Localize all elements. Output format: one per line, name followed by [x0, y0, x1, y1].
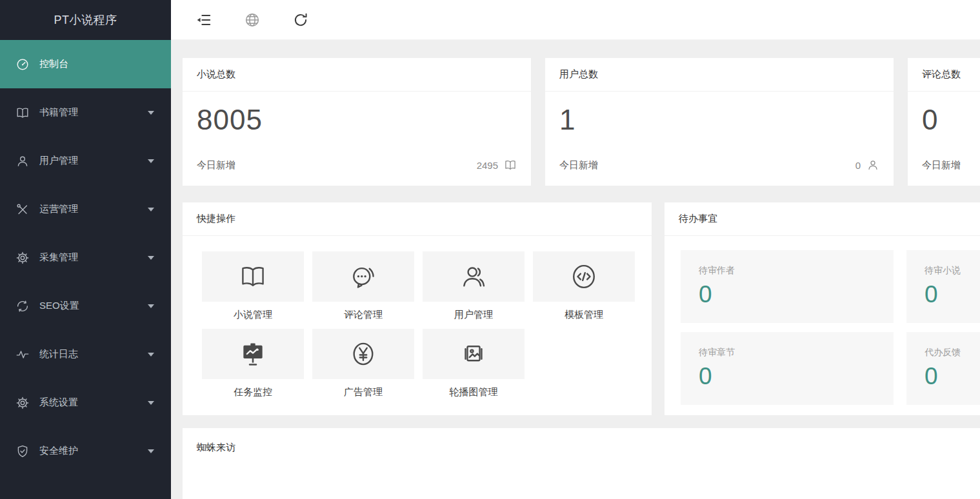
sidebar-item-label: 书籍管理 — [39, 106, 78, 119]
todo-label: 待审小说 — [925, 265, 980, 277]
todo-label: 代办反馈 — [925, 347, 980, 358]
quick-action-label: 任务监控 — [202, 386, 304, 398]
todo-tile-pending-feedback[interactable]: 代办反馈 0 — [906, 332, 980, 405]
sidebar-item-dashboard[interactable]: 控制台 — [0, 40, 171, 88]
today-new-label: 今日新增 — [559, 159, 598, 171]
sidebar-item-security[interactable]: 安全维护 — [0, 427, 171, 475]
today-new-value: 2495 — [477, 160, 498, 171]
collapse-sidebar-icon[interactable] — [195, 12, 212, 28]
sidebar-item-label: SEO设置 — [39, 300, 79, 312]
book-icon — [202, 251, 304, 302]
today-new-label: 今日新增 — [197, 159, 235, 171]
sidebar-item-label: 统计日志 — [39, 348, 78, 360]
chevron-down-icon — [148, 401, 154, 405]
dashboard-icon — [15, 57, 30, 72]
todo-title: 待办事宜 — [665, 202, 980, 236]
todo-grid: 待审作者 0 待审小说 0 待审章节 0 代办反馈 0 — [665, 236, 980, 419]
user-icon — [423, 251, 525, 302]
comment-icon — [312, 251, 414, 302]
sidebar-item-seo[interactable]: SEO设置 — [0, 282, 171, 330]
chevron-down-icon — [148, 256, 154, 260]
chevron-down-icon — [148, 353, 154, 357]
sidebar-item-users[interactable]: 用户管理 — [0, 137, 171, 185]
sidebar-item-stats-log[interactable]: 统计日志 — [0, 330, 171, 378]
topbar — [171, 0, 980, 40]
sidebar-item-collection[interactable]: 采集管理 — [0, 233, 171, 282]
sidebar-item-books[interactable]: 书籍管理 — [0, 88, 171, 137]
sidebar-item-label: 控制台 — [39, 58, 68, 70]
today-new-label: 今日新增 — [922, 159, 961, 171]
stat-card-value: 0 — [922, 106, 980, 134]
middle-row: 快捷操作 小说管理 — [183, 202, 980, 415]
todo-value: 0 — [925, 364, 980, 388]
stat-card-novel-total: 小说总数 8005 今日新增 2495 — [183, 58, 531, 186]
seo-refresh-icon — [15, 299, 30, 313]
stat-card-user-total: 用户总数 1 今日新增 0 — [545, 58, 894, 186]
quick-action-comment-manage[interactable]: 评论管理 — [312, 251, 414, 321]
todo-card: 待办事宜 待审作者 0 待审小说 0 待审章节 0 代办反馈 0 — [665, 202, 980, 415]
stat-card-footer: 今日新增 0 — [559, 159, 879, 171]
app-title: PT小说程序 — [0, 0, 171, 40]
globe-icon[interactable] — [244, 12, 261, 28]
quick-action-ad-manage[interactable]: 广告管理 — [312, 329, 414, 398]
gear-icon — [15, 251, 30, 265]
spider-visits-card: 蜘蛛来访 — [183, 428, 980, 499]
stat-card-value: 8005 — [197, 106, 517, 134]
user-icon — [15, 154, 30, 168]
pulse-icon — [15, 347, 30, 362]
chevron-down-icon — [148, 208, 154, 211]
task-monitor-icon — [202, 329, 304, 379]
today-new-value: 0 — [855, 160, 861, 171]
spider-visits-title: 蜘蛛来访 — [183, 428, 980, 467]
todo-value: 0 — [925, 282, 980, 306]
sidebar-item-operations[interactable]: 运营管理 — [0, 185, 171, 233]
tools-icon — [15, 202, 30, 217]
today-new-count: 2495 — [477, 159, 517, 171]
todo-tile-pending-chapters[interactable]: 待审章节 0 — [681, 332, 894, 405]
quick-action-novel-manage[interactable]: 小说管理 — [202, 251, 304, 321]
quick-action-task-monitor[interactable]: 任务监控 — [202, 329, 304, 398]
stat-card-footer: 今日新增 — [922, 159, 980, 171]
stat-card-footer: 今日新增 2495 — [197, 159, 517, 171]
quick-action-label: 用户管理 — [423, 309, 525, 321]
gear-icon — [15, 396, 30, 410]
sidebar-item-label: 采集管理 — [39, 251, 78, 264]
sidebar-menu: 控制台 书籍管理 用户管理 — [0, 40, 171, 475]
chevron-down-icon — [148, 304, 154, 308]
todo-value: 0 — [699, 364, 875, 388]
stat-card-value: 1 — [559, 106, 879, 134]
sidebar-item-system[interactable]: 系统设置 — [0, 378, 171, 427]
quick-action-label: 小说管理 — [202, 309, 304, 321]
quick-action-label: 轮播图管理 — [423, 386, 525, 398]
quick-action-label: 评论管理 — [312, 309, 414, 321]
quick-action-template-manage[interactable]: 模板管理 — [533, 251, 635, 321]
yen-ad-icon — [312, 329, 414, 379]
quick-action-label: 广告管理 — [312, 386, 414, 398]
main-content: 小说总数 8005 今日新增 2495 用户总数 1 今 — [171, 40, 980, 499]
stat-card-title: 用户总数 — [545, 58, 894, 92]
quick-action-banner-manage[interactable]: 轮播图管理 — [423, 329, 525, 398]
stat-card-title: 小说总数 — [183, 58, 531, 92]
sidebar-item-label: 系统设置 — [39, 396, 78, 409]
quick-actions-grid: 小说管理 评论管理 — [183, 236, 652, 398]
sidebar-item-label: 运营管理 — [39, 203, 78, 215]
todo-tile-pending-authors[interactable]: 待审作者 0 — [681, 250, 894, 323]
quick-action-label: 模板管理 — [533, 309, 635, 321]
todo-tile-pending-novels[interactable]: 待审小说 0 — [906, 250, 980, 323]
sidebar-item-label: 安全维护 — [39, 445, 78, 457]
today-new-count: 0 — [855, 159, 879, 171]
quick-actions-card: 快捷操作 小说管理 — [183, 202, 652, 415]
banner-image-icon — [423, 329, 525, 379]
chevron-down-icon — [148, 111, 154, 115]
todo-label: 待审章节 — [699, 347, 875, 358]
refresh-icon[interactable] — [292, 12, 309, 28]
user-icon — [866, 159, 879, 171]
book-icon — [15, 106, 30, 120]
chevron-down-icon — [148, 159, 154, 163]
todo-value: 0 — [699, 282, 875, 306]
sidebar-item-label: 用户管理 — [39, 155, 78, 167]
stat-card-comment-total: 评论总数 0 今日新增 — [908, 58, 980, 186]
sidebar: PT小说程序 控制台 书籍管理 — [0, 0, 171, 499]
quick-action-user-manage[interactable]: 用户管理 — [423, 251, 525, 321]
shield-icon — [15, 444, 30, 458]
